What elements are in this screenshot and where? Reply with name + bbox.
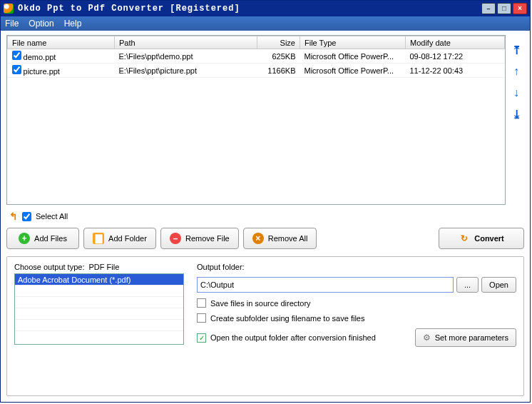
move-up-icon[interactable]: ↑: [510, 65, 523, 78]
row-checkbox[interactable]: [12, 65, 21, 74]
open-after-label: Open the output folder after conversion …: [210, 333, 376, 342]
minimize-button[interactable]: –: [481, 3, 496, 14]
choose-output-type-label: Choose output type:: [14, 263, 84, 271]
table-row[interactable]: picture.pptE:\Files\ppt\picture.ppt1166K…: [8, 64, 505, 78]
maximize-button[interactable]: □: [497, 3, 511, 14]
menu-help[interactable]: Help: [64, 19, 82, 29]
reorder-arrows: ⤒ ↑ ↓ ⤓: [508, 35, 524, 205]
add-files-button[interactable]: + Add Files: [6, 228, 79, 249]
add-folder-label: Add Folder: [108, 234, 147, 243]
convert-label: Convert: [474, 234, 504, 243]
col-size[interactable]: Size: [257, 36, 300, 49]
create-sub-label: Create subfolder using filename to save …: [210, 314, 364, 323]
row-size: 625KB: [257, 49, 300, 64]
open-after-row[interactable]: ✓ Open the output folder after conversio…: [197, 333, 415, 343]
x-icon: ×: [252, 233, 264, 244]
set-more-parameters-button[interactable]: ⚙ Set more parameters: [415, 328, 516, 347]
col-path[interactable]: Path: [115, 36, 257, 49]
select-all-label: Select All: [36, 212, 68, 221]
up-level-icon[interactable]: ↰: [9, 211, 18, 222]
folder-icon: ▇: [93, 233, 104, 244]
remove-all-button[interactable]: × Remove All: [243, 228, 317, 249]
remove-file-button[interactable]: – Remove File: [160, 228, 239, 249]
app-icon: [4, 4, 14, 14]
create-sub-row[interactable]: ✓ Create subfolder using filename to sav…: [197, 313, 516, 323]
gear-icon: ⚙: [423, 333, 431, 343]
row-path: E:\Files\ppt\picture.ppt: [115, 64, 257, 78]
file-table[interactable]: File name Path Size File Type Modify dat…: [7, 36, 505, 78]
checkbox-icon[interactable]: ✓: [197, 298, 206, 308]
row-date: 09-08-12 17:22: [406, 49, 505, 64]
select-all-checkbox[interactable]: [22, 212, 31, 221]
output-type-option[interactable]: Adobe Acrobat Document (*.pdf): [15, 274, 183, 286]
menu-option[interactable]: Option: [29, 19, 53, 29]
col-modify[interactable]: Modify date: [406, 36, 505, 49]
add-folder-button[interactable]: ▇ Add Folder: [83, 228, 156, 249]
open-folder-button[interactable]: Open: [481, 277, 516, 293]
table-row[interactable]: demo.pptE:\Files\ppt\demo.ppt625KBMicros…: [8, 49, 505, 64]
row-path: E:\Files\ppt\demo.ppt: [115, 49, 257, 64]
row-size: 1166KB: [257, 64, 300, 78]
close-button[interactable]: ×: [513, 3, 527, 14]
output-folder-label: Output folder:: [197, 263, 516, 271]
titlebar: Okdo Ppt to Pdf Converter [Registered] –…: [1, 1, 530, 16]
col-filename[interactable]: File name: [8, 36, 115, 49]
row-checkbox[interactable]: [12, 51, 21, 60]
checkbox-icon[interactable]: ✓: [197, 313, 206, 323]
choose-output-type-value: PDF File: [88, 263, 119, 271]
col-filetype[interactable]: File Type: [300, 36, 406, 49]
move-down-icon[interactable]: ↓: [510, 86, 523, 99]
checkbox-checked-icon[interactable]: ✓: [197, 333, 206, 343]
output-type-list[interactable]: Adobe Acrobat Document (*.pdf): [14, 273, 184, 345]
save-source-label: Save files in source directory: [210, 299, 311, 308]
window-title: Okdo Ppt to Pdf Converter [Registered]: [18, 4, 480, 14]
row-type: Microsoft Office PowerP...: [300, 49, 406, 64]
browse-button[interactable]: ...: [456, 277, 479, 293]
convert-button[interactable]: ↻ Convert: [439, 228, 524, 249]
row-type: Microsoft Office PowerP...: [300, 64, 406, 78]
move-bottom-icon[interactable]: ⤓: [510, 108, 523, 121]
file-table-panel: File name Path Size File Type Modify dat…: [6, 35, 506, 205]
minus-icon: –: [170, 233, 181, 244]
row-date: 11-12-22 00:43: [406, 64, 505, 78]
output-folder-input[interactable]: [197, 277, 454, 293]
remove-all-label: Remove All: [268, 234, 308, 243]
output-panel: Choose output type: PDF File Adobe Acrob…: [6, 256, 524, 396]
set-more-parameters-label: Set more parameters: [435, 333, 508, 342]
plus-icon: +: [19, 233, 30, 244]
menu-file[interactable]: File: [5, 19, 19, 29]
convert-icon: ↻: [459, 233, 470, 244]
move-top-icon[interactable]: ⤒: [510, 44, 523, 56]
menubar: File Option Help: [1, 16, 530, 31]
save-source-row[interactable]: ✓ Save files in source directory: [197, 298, 516, 308]
remove-file-label: Remove File: [185, 234, 230, 243]
add-files-label: Add Files: [34, 234, 67, 243]
